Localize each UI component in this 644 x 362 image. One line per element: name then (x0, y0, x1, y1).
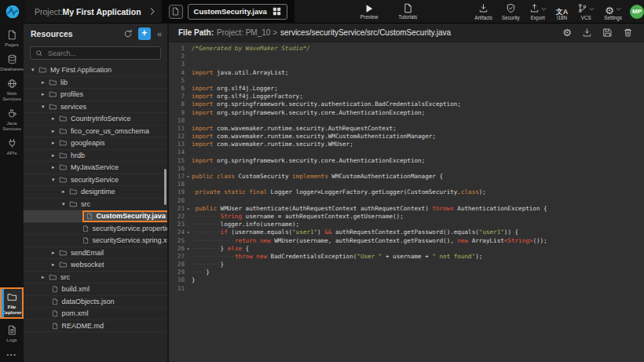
arrow-collapsed-icon[interactable]: ▸ (52, 152, 59, 159)
tree-item-services[interactable]: ▾services (24, 101, 167, 114)
tree-item-countryinfoservice[interactable]: ▸CountryInfoService (24, 113, 167, 126)
indent-whitespace: ········ (192, 221, 221, 228)
tree-item-customsecurity-java[interactable]: CustomSecurity.java (24, 210, 167, 223)
trash-icon[interactable] (623, 27, 633, 38)
arrow-expanded-icon[interactable]: ▾ (52, 177, 59, 183)
tree-item-profiles[interactable]: ▸profiles (24, 89, 167, 101)
tree-item-label: designtime (81, 188, 115, 196)
sidebar-item-file-explorer[interactable]: File Explorer (0, 287, 24, 319)
code-token: class (461, 188, 479, 196)
code-token: public (196, 205, 217, 212)
search-input[interactable] (46, 49, 156, 58)
tree-item-lib[interactable]: ▸lib (24, 77, 167, 90)
code-token: username = authRequestContext.getUsernam… (242, 213, 404, 220)
tutorials-button[interactable]: Tutorials (398, 3, 417, 20)
user-avatar[interactable]: MP (630, 5, 644, 19)
tree-item-myjavaservice[interactable]: ▸MyJavaService (24, 162, 167, 174)
gear-icon[interactable]: ⚙ (562, 27, 572, 38)
more-menu-button[interactable]: ••• (0, 346, 24, 362)
tree-item-label: websocket (71, 261, 104, 269)
sidebar-item-databases[interactable]: Databases (0, 51, 24, 74)
tree-item-src[interactable]: ▾src (24, 199, 167, 211)
collapse-panel-icon[interactable]: « (156, 29, 163, 38)
tree-item-build-xml[interactable]: build.xml (24, 283, 167, 296)
arrow-collapsed-icon[interactable]: ▸ (52, 250, 59, 256)
tree-item-content: src (69, 200, 90, 208)
code-line: 28 ········} (171, 261, 644, 269)
add-resource-button[interactable]: + (138, 27, 151, 40)
chevron-right-icon (150, 7, 155, 16)
code-token: } (206, 269, 210, 276)
arrow-collapsed-icon[interactable]: ▸ (52, 140, 59, 146)
code-text: ············throw new BadCredentialsExce… (192, 253, 482, 260)
arrow-collapsed-icon[interactable]: ▸ (62, 188, 69, 195)
file-tree-icon (52, 298, 59, 306)
preview-button[interactable]: Preview (360, 4, 378, 20)
topbar-action-settings[interactable]: ⚙Settings (604, 3, 622, 20)
code-token: com.wavemaker.runtime.security.WMCustomA… (213, 133, 435, 140)
code-text: } (192, 276, 196, 283)
arrow-collapsed-icon[interactable]: ▸ (52, 128, 59, 134)
code-token: import (192, 69, 213, 76)
tree-item-label: pom.xml (62, 309, 89, 317)
tree-item-src[interactable]: ▸src (24, 272, 167, 284)
tree-item-securityservice-properties[interactable]: securityService.properties (24, 223, 167, 236)
topbar-action-export[interactable]: Export (529, 3, 547, 20)
topbar-action-security[interactable]: Security (502, 3, 520, 20)
wavemaker-logo[interactable] (0, 0, 25, 24)
code-line: 22 ········String username = authRequest… (171, 213, 644, 221)
tree-item-readme-md[interactable]: README.md (24, 320, 167, 333)
arrow-collapsed-icon[interactable]: ▸ (42, 91, 49, 97)
topbar-action-artifacts[interactable]: Artifacts (474, 3, 492, 20)
resources-scrollbar[interactable] (164, 169, 166, 205)
tree-item-websocket[interactable]: ▸websocket (24, 259, 167, 272)
tree-item-sendemail[interactable]: ▸sendEmail (24, 247, 167, 260)
arrow-collapsed-icon[interactable]: ▸ (42, 274, 49, 280)
tab-customsecurity-java[interactable]: CustomSecurity.java (188, 4, 287, 20)
fold-marker-icon[interactable]: ▾ (185, 205, 192, 213)
indent-whitespace: ········ (192, 213, 221, 220)
tree-item-content: build.xml (52, 285, 90, 294)
code-line: 25 ············return new WMUser(usernam… (171, 237, 644, 245)
arrow-collapsed-icon[interactable]: ▸ (52, 261, 59, 268)
topbar-action-i18n[interactable]: 文Ai18N (556, 3, 569, 20)
sidebar-item-logs[interactable]: Logs (0, 322, 24, 345)
tree-item-googleapis[interactable]: ▸googleapis (24, 137, 167, 150)
sidebar-item-java-services[interactable]: Java Services (0, 105, 24, 133)
fold-marker-icon[interactable]: ▾ (185, 229, 192, 236)
arrow-collapsed-icon[interactable]: ▸ (42, 79, 49, 86)
fold-marker-icon[interactable]: ▾ (185, 245, 192, 253)
code-text: ········} (192, 261, 224, 268)
sidebar-item-web-services[interactable]: Web Services (0, 75, 24, 104)
arrow-expanded-icon[interactable]: ▾ (62, 201, 69, 207)
tree-item-securityservice-spring-xml[interactable]: securityService.spring.xml (24, 235, 167, 247)
tree-item-hrdb[interactable]: ▸hrdb (24, 150, 167, 163)
arrow-expanded-icon[interactable]: ▾ (31, 67, 38, 73)
project-name[interactable]: My First Application (63, 7, 141, 16)
tree-item-pom-xml[interactable]: pom.xml (24, 308, 167, 320)
tree-item-label: CustomSecurity.java (97, 212, 166, 220)
save-icon[interactable] (602, 27, 613, 38)
tutorials-doc-icon (403, 3, 413, 13)
grid-icon[interactable] (273, 7, 281, 16)
code-area[interactable]: 1 /*Generated by WaveMaker Studio*/2 3 4… (169, 42, 644, 362)
topbar-action-vcs[interactable]: VCS (577, 3, 595, 20)
arrow-expanded-icon[interactable]: ▾ (42, 104, 49, 110)
tree-item-designtime[interactable]: ▸designtime (24, 186, 167, 199)
file-path-label: File Path: (178, 28, 214, 37)
arrow-collapsed-icon[interactable]: ▸ (52, 164, 59, 170)
sidebar-item-apis[interactable]: APIs (0, 135, 24, 158)
file-tab-icon[interactable] (169, 5, 183, 19)
tree-item-securityservice[interactable]: ▾securityService (24, 174, 167, 187)
sidebar-item-pages[interactable]: Pages (0, 27, 24, 49)
refresh-icon[interactable] (123, 29, 133, 38)
fold-gutter (185, 93, 192, 101)
tree-item-dataobjects-json[interactable]: dataObjects.json (24, 296, 167, 309)
arrow-collapsed-icon[interactable]: ▸ (52, 115, 59, 122)
tree-item-label: hrdb (71, 152, 85, 159)
tree-item-fico-core-us-omschema[interactable]: ▸fico_core_us_omschema (24, 126, 167, 138)
security-icon-row (506, 3, 516, 14)
import-icon[interactable] (582, 27, 592, 38)
fold-marker-icon[interactable]: ▾ (185, 173, 192, 181)
tree-item-my-first-application[interactable]: ▾My First Application (24, 64, 167, 77)
